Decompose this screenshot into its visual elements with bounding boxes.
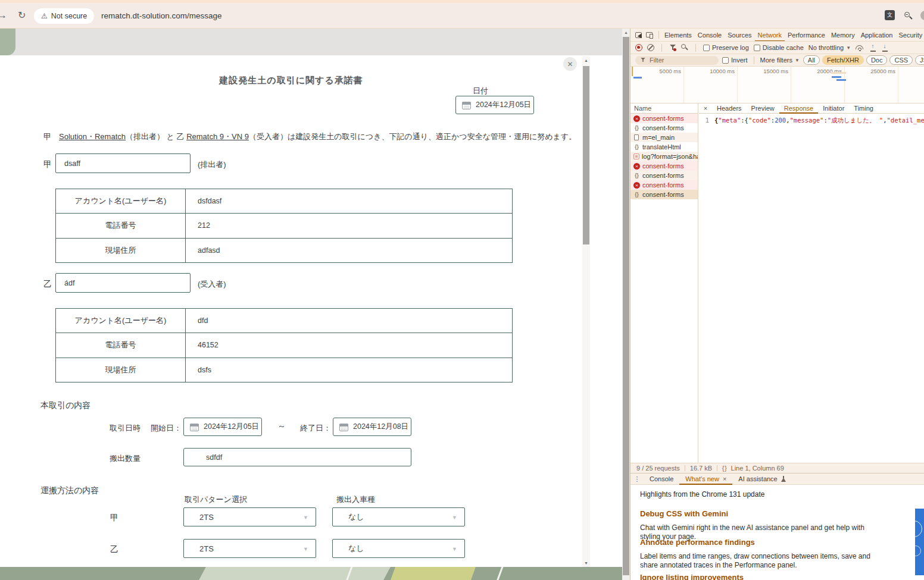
whats-new-heading[interactable]: Debug CSS with Gemini [640, 509, 728, 518]
response-tab-headers[interactable]: Headers [712, 104, 747, 114]
quantity-input[interactable]: sdfdf [183, 448, 411, 466]
search-icon[interactable] [681, 44, 688, 51]
end-date-input[interactable]: 2024年12月08日 [333, 418, 411, 436]
date-input[interactable]: 2024年12月05日 [455, 96, 534, 114]
clear-icon[interactable] [647, 44, 654, 51]
response-tab-timing[interactable]: Timing [849, 104, 878, 114]
field-label: 電話番号 [56, 214, 186, 237]
start-date-input[interactable]: 2024年12月05日 [183, 418, 262, 436]
network-conditions-icon[interactable] [856, 45, 864, 51]
filter-pill-fetch-xhr[interactable]: Fetch/XHR [822, 55, 864, 65]
more-filters-button[interactable]: More filters▼ [760, 57, 800, 64]
export-har-icon[interactable]: ↓ [881, 44, 888, 52]
disable-cache-toggle[interactable]: Disable cache [754, 44, 804, 51]
field-value[interactable]: 46152 [186, 333, 512, 357]
drawer-tab-whats-new[interactable]: What's new× [679, 473, 732, 485]
kebab-menu-icon[interactable]: ⋮ [630, 475, 644, 483]
throttling-select[interactable]: No throttling▼ [808, 44, 851, 51]
translate-icon[interactable]: 文 [885, 10, 895, 20]
divider [685, 465, 685, 471]
network-request-row[interactable]: {}translateHtml [630, 142, 698, 152]
party-b-label: 乙 [43, 279, 52, 290]
network-request-row[interactable]: ×consent-forms [630, 180, 698, 190]
party-a-link[interactable]: Solution・Rematch [59, 132, 126, 141]
device-toolbar-icon[interactable] [646, 32, 654, 39]
filter-pill-js[interactable]: JS [915, 55, 924, 65]
network-overview-timeline[interactable]: 5000 ms10000 ms15000 ms20000 ms25000 ms [630, 67, 924, 104]
request-list-header[interactable]: Name [630, 104, 698, 114]
drawer-tab-console[interactable]: Console [644, 473, 679, 485]
pretty-print-icon[interactable]: { } [722, 465, 726, 472]
devtools-tab-memory[interactable]: Memory [828, 29, 858, 42]
chevron-down-icon: ▼ [846, 45, 851, 51]
network-request-row[interactable]: {}consent-forms [630, 171, 698, 180]
network-request-row[interactable]: {}consent-forms [630, 123, 698, 133]
party-b-link[interactable]: Rematch 9・VN 9 [186, 132, 249, 141]
checkbox-icon[interactable] [722, 57, 729, 64]
filter-icon[interactable] [669, 44, 676, 51]
inspect-element-icon[interactable] [635, 32, 642, 39]
close-icon[interactable]: ✕ [563, 57, 577, 71]
filter-input[interactable]: Filter [635, 56, 719, 65]
vehicle-select-a[interactable]: なし▼ [332, 507, 465, 526]
devtools-tab-elements[interactable]: Elements [661, 29, 695, 42]
devtools-tab-network[interactable]: Network [755, 29, 785, 42]
party-a-name-input[interactable]: dsaff [55, 153, 191, 173]
drawer-tab-ai-assistance[interactable]: AI assistance [732, 473, 792, 485]
filter-pill-doc[interactable]: Doc [866, 55, 888, 65]
network-request-row[interactable]: log?format=json&ha... [630, 152, 698, 161]
field-value[interactable]: 212 [186, 214, 512, 237]
filter-pill-all[interactable]: All [803, 55, 820, 65]
toolbar-edge-icon[interactable] [920, 11, 924, 20]
filter-pill-css[interactable]: CSS [889, 55, 913, 65]
response-tab-preview[interactable]: Preview [747, 104, 779, 114]
whats-new-heading[interactable]: Ignore listing improvements [640, 573, 744, 580]
chevron-down-icon: ▼ [795, 58, 800, 63]
network-request-row[interactable]: m=el_main [630, 133, 698, 142]
network-request-row[interactable]: ×consent-forms [630, 114, 698, 123]
zoom-out-icon[interactable] [904, 12, 910, 17]
response-tab-initiator[interactable]: Initiator [818, 104, 849, 114]
whats-new-heading[interactable]: Annotate performance findings [640, 538, 755, 547]
network-request-row[interactable]: ×consent-forms [630, 161, 698, 171]
field-value[interactable]: adfasd [186, 239, 512, 262]
scroll-up-arrow[interactable]: ▲ [582, 57, 590, 64]
devtools-tab-application[interactable]: Application [858, 29, 896, 42]
vehicle-select-b[interactable]: なし▼ [332, 539, 465, 558]
intro-party-a: 甲 [43, 132, 51, 141]
close-tab-icon[interactable]: × [723, 473, 726, 485]
modal-scrollbar[interactable]: ▲ ▼ [582, 57, 590, 567]
field-value[interactable]: dsfs [186, 358, 512, 382]
response-body-line[interactable]: 1 {"meta":{"code":200,"message":"成功しました。… [699, 117, 924, 125]
start-date-value: 2024年12月05日 [204, 422, 259, 432]
browser-scrollbar-thumb[interactable] [623, 37, 629, 575]
preserve-log-toggle[interactable]: Preserve log [703, 44, 749, 51]
record-icon[interactable] [635, 44, 642, 51]
address-bar-url[interactable]: rematch.dt-solution.com/message [101, 11, 222, 20]
checkbox-icon[interactable] [754, 45, 760, 51]
close-request-icon[interactable]: × [699, 105, 712, 112]
invert-toggle[interactable]: Invert [722, 57, 748, 64]
field-value[interactable]: dsfdasf [186, 189, 512, 213]
devtools-tab-sources[interactable]: Sources [725, 29, 754, 42]
browser-scrollbar[interactable]: ▲ [622, 29, 630, 580]
pattern-select-a[interactable]: 2TS▼ [183, 507, 316, 526]
scroll-up-arrow[interactable]: ▲ [622, 29, 630, 36]
devtools-tab-security[interactable]: Security [895, 29, 924, 42]
field-value[interactable]: dfd [186, 309, 512, 333]
calendar-icon [339, 422, 348, 431]
footer-line [495, 567, 504, 580]
pattern-select-b[interactable]: 2TS▼ [183, 539, 316, 558]
import-har-icon[interactable]: ↑ [869, 44, 876, 52]
response-tab-response[interactable]: Response [779, 104, 819, 114]
party-b-name-input[interactable]: ádf [55, 273, 191, 293]
not-secure-chip[interactable]: ⚠ Not secure [34, 8, 94, 24]
checkbox-icon[interactable] [703, 45, 710, 51]
devtools-tab-performance[interactable]: Performance [785, 29, 828, 42]
forward-icon[interactable]: → [0, 9, 7, 21]
network-request-row[interactable]: {}consent-forms [630, 190, 698, 199]
scroll-down-arrow[interactable]: ▼ [582, 559, 590, 567]
modal-scrollbar-thumb[interactable] [583, 66, 589, 244]
devtools-tab-console[interactable]: Console [695, 29, 725, 42]
reload-icon[interactable]: ↻ [18, 10, 26, 21]
